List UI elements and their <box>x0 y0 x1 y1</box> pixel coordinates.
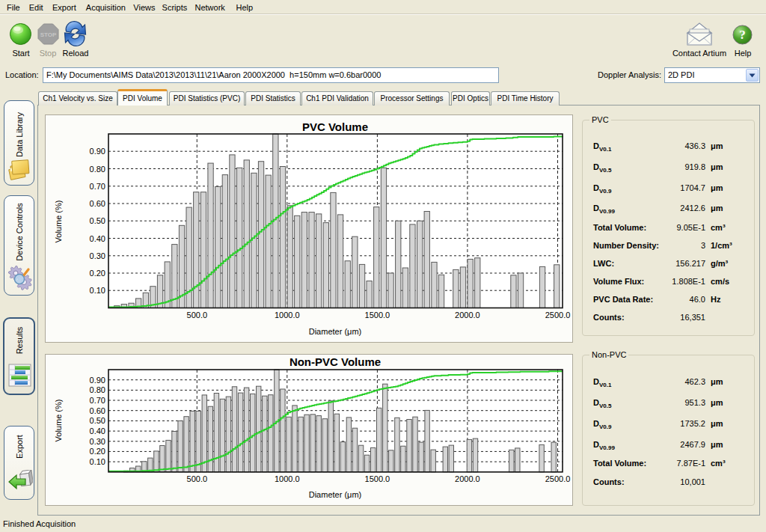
svg-text:1500.0: 1500.0 <box>365 311 390 319</box>
svg-text:0.80: 0.80 <box>90 165 105 174</box>
svg-text:PVC Volume: PVC Volume <box>302 120 368 133</box>
svg-text:0.40: 0.40 <box>90 234 105 243</box>
svg-text:500.0: 500.0 <box>187 474 208 483</box>
svg-text:Diameter (μm): Diameter (μm) <box>309 490 362 499</box>
svg-text:0.20: 0.20 <box>90 447 105 456</box>
svg-text:1000.0: 1000.0 <box>275 311 300 319</box>
svg-text:0.80: 0.80 <box>90 385 105 394</box>
svg-text:0.60: 0.60 <box>90 199 105 208</box>
svg-text:1500.0: 1500.0 <box>365 474 390 483</box>
svg-text:0.30: 0.30 <box>90 437 105 446</box>
svg-text:0.10: 0.10 <box>90 457 105 466</box>
svg-text:0.90: 0.90 <box>90 376 105 385</box>
svg-text:Diameter (μm): Diameter (μm) <box>309 327 362 336</box>
svg-text:2000.0: 2000.0 <box>455 474 480 483</box>
svg-text:0.10: 0.10 <box>90 286 105 295</box>
svg-text:0.50: 0.50 <box>90 216 105 225</box>
svg-text:0.70: 0.70 <box>90 396 105 405</box>
svg-text:2500.0: 2500.0 <box>545 474 571 483</box>
svg-text:Volume (%): Volume (%) <box>54 201 63 243</box>
svg-text:0.30: 0.30 <box>90 251 105 260</box>
svg-text:0.70: 0.70 <box>90 182 105 191</box>
svg-text:STOP: STOP <box>40 31 57 38</box>
svg-text:500.0: 500.0 <box>187 311 208 319</box>
svg-text:0.20: 0.20 <box>90 269 105 278</box>
svg-text:0.60: 0.60 <box>90 406 105 415</box>
svg-text:0.50: 0.50 <box>90 416 105 425</box>
svg-text:1000.0: 1000.0 <box>275 474 300 483</box>
svg-text:0.90: 0.90 <box>90 147 105 156</box>
svg-text:0.40: 0.40 <box>90 426 105 435</box>
svg-text:2000.0: 2000.0 <box>455 311 480 319</box>
svg-text:Volume (%): Volume (%) <box>54 400 63 442</box>
svg-text:?: ? <box>739 28 746 42</box>
svg-text:2500.0: 2500.0 <box>545 311 571 319</box>
svg-text:Non-PVC Volume: Non-PVC Volume <box>289 355 381 368</box>
